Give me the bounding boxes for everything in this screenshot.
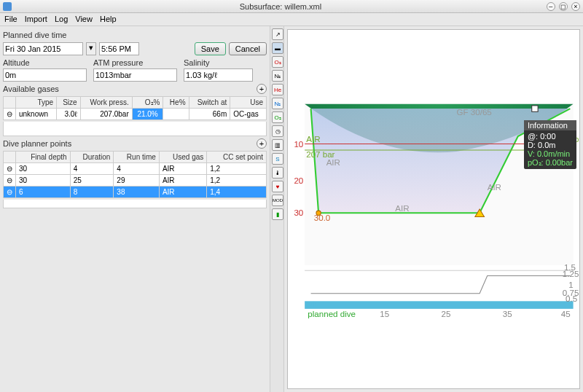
menu-log[interactable]: Log xyxy=(55,15,68,24)
tool-o2-icon[interactable]: O₂ xyxy=(272,56,283,68)
delete-point-icon[interactable]: ⊖ xyxy=(4,163,16,175)
tool-arrow-icon[interactable]: ↗ xyxy=(272,28,283,40)
salinity-input[interactable] xyxy=(184,68,253,82)
pp-th-dur: Duration xyxy=(70,152,114,163)
minimize-icon[interactable]: – xyxy=(547,2,555,11)
svg-text:25: 25 xyxy=(442,310,451,318)
menu-help[interactable]: Help xyxy=(100,15,117,24)
pp-th-cc: CC set point xyxy=(207,152,267,163)
pp-th-run: Run time xyxy=(114,152,160,163)
gas-th-o2: O₂% xyxy=(132,97,163,109)
svg-rect-19 xyxy=(305,301,573,309)
altitude-input[interactable] xyxy=(3,68,87,82)
gases-table: Type Size Work press. O₂% He% Switch at … xyxy=(3,96,267,120)
pp-th-depth: Final depth xyxy=(16,152,71,163)
gas-th-switch: Switch at xyxy=(189,97,230,109)
tool-clock-icon[interactable]: ◷ xyxy=(272,125,283,137)
window-title: Subsurface: willem.xml xyxy=(16,2,545,11)
svg-text:30.0: 30.0 xyxy=(314,213,331,222)
tool-profile-icon[interactable]: ▬ xyxy=(272,42,283,54)
tool-he-icon[interactable]: He xyxy=(272,84,283,95)
svg-rect-17 xyxy=(532,106,538,111)
svg-text:0.5: 0.5 xyxy=(566,294,577,303)
altitude-label: Altitude xyxy=(3,58,90,67)
svg-text:45: 45 xyxy=(561,310,571,318)
pp-th-gas: Used gas xyxy=(159,152,206,163)
svg-point-15 xyxy=(316,211,321,215)
tool-n2-icon[interactable]: N₂ xyxy=(272,70,283,82)
planner-label: Dive planner points xyxy=(3,139,71,148)
atm-input[interactable] xyxy=(93,68,177,82)
tool-o2-icon[interactable]: O₂ xyxy=(272,111,283,123)
tool-hr-icon[interactable]: ♥ xyxy=(272,181,283,192)
svg-text:AIR: AIR xyxy=(306,135,320,144)
info-title: Information xyxy=(524,120,576,130)
svg-text:10: 10 xyxy=(294,140,303,149)
menu-bar: File Import Log View Help xyxy=(0,13,583,26)
planner-row[interactable]: ⊖3044AIR1,2 xyxy=(4,163,267,175)
svg-text:AIR: AIR xyxy=(395,204,409,213)
close-icon[interactable]: × xyxy=(571,2,580,11)
chart-info-tooltip: Information @: 0:00 D: 0.0m V: 0.0m/min … xyxy=(524,120,576,169)
date-input[interactable] xyxy=(3,42,83,55)
delete-gas-icon[interactable]: ⊖ xyxy=(4,109,16,120)
svg-text:GF 30/65: GF 30/65 xyxy=(457,108,492,117)
svg-text:15: 15 xyxy=(380,310,389,318)
svg-text:30: 30 xyxy=(294,208,303,217)
save-button[interactable]: Save xyxy=(195,42,226,55)
date-picker-icon[interactable]: ▾ xyxy=(86,42,96,55)
salinity-label: Salinity xyxy=(184,58,257,67)
tool-ruler-icon[interactable]: ▥ xyxy=(272,139,283,151)
delete-point-icon[interactable]: ⊖ xyxy=(4,175,16,187)
gas-th-wp: Work press. xyxy=(80,97,132,109)
atm-label: ATM pressure xyxy=(93,58,181,67)
title-bar: Subsurface: willem.xml – ◻ × xyxy=(0,0,583,13)
add-gas-button[interactable]: + xyxy=(257,84,267,94)
planned-dive-time-label: Planned dive time xyxy=(3,31,267,39)
menu-view[interactable]: View xyxy=(75,15,93,24)
svg-text:20: 20 xyxy=(294,176,303,185)
svg-text:35: 35 xyxy=(503,310,512,318)
add-point-button[interactable]: + xyxy=(257,138,267,149)
svg-text:planned dive: planned dive xyxy=(308,310,356,318)
planner-row[interactable]: ⊖302529AIR1,2 xyxy=(4,175,267,187)
menu-import[interactable]: Import xyxy=(25,15,47,24)
tool-n2-icon[interactable]: N₂ xyxy=(272,98,283,109)
tool-bar-icon[interactable]: ▮ xyxy=(272,208,283,220)
gas-th-use: Use xyxy=(230,97,267,109)
tool-temp-icon[interactable]: 🌡 xyxy=(272,167,283,179)
planner-table: Final depth Duration Run time Used gas C… xyxy=(3,151,267,198)
planner-row[interactable]: ⊖6838AIR1,4 xyxy=(4,187,267,198)
delete-point-icon[interactable]: ⊖ xyxy=(4,187,16,198)
svg-text:1.25: 1.25 xyxy=(563,270,579,278)
gas-th-he: He% xyxy=(163,97,189,109)
tool-mod-icon[interactable]: MOD xyxy=(272,195,283,206)
gases-label: Available gases xyxy=(3,85,59,93)
dive-profile-chart[interactable]: 10 20 30 30.0 GF 30/65 AIR 207 bar 207 b… xyxy=(287,29,580,389)
menu-file[interactable]: File xyxy=(4,15,17,24)
time-input[interactable] xyxy=(99,42,139,55)
gas-th-type: Type xyxy=(16,97,57,109)
svg-text:air: air xyxy=(308,300,317,309)
cancel-button[interactable]: Cancel xyxy=(229,42,267,55)
tool-sac-icon[interactable]: S xyxy=(272,153,283,165)
chart-toolbar: ↗ ▬ O₂ N₂ He N₂ O₂ ◷ ▥ S 🌡 ♥ MOD ▮ xyxy=(270,26,284,392)
svg-text:AIR: AIR xyxy=(326,158,340,167)
maximize-icon[interactable]: ◻ xyxy=(559,2,568,11)
gas-th-size: Size xyxy=(57,97,81,109)
window-controls: – ◻ × xyxy=(545,1,580,11)
svg-text:AIR: AIR xyxy=(488,183,501,192)
gas-row[interactable]: ⊖ unknown 3.0ℓ 207.0bar 21.0% 66m OC-gas xyxy=(4,109,267,120)
app-icon xyxy=(3,2,12,11)
